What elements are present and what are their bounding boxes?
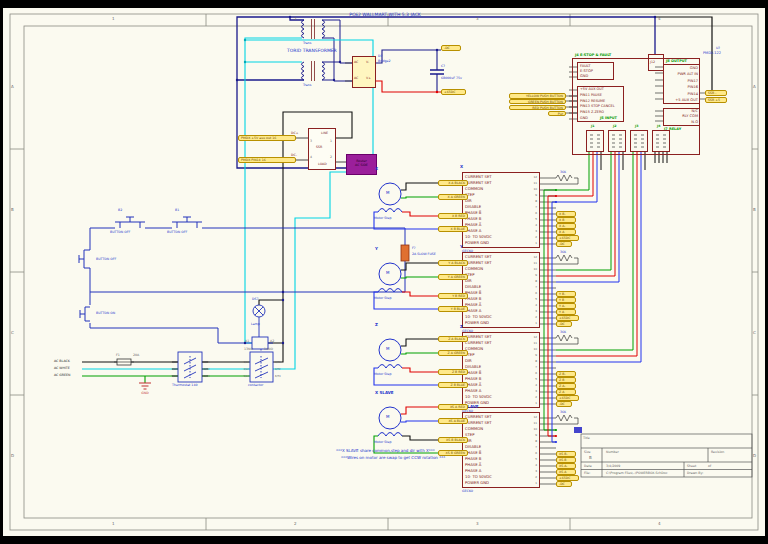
grid-col-4-top: 4 [658, 16, 661, 21]
pmdx-ref: U? [716, 46, 720, 50]
bridge-pin-ac1: AC [354, 60, 358, 64]
driver-z-pins: CURRENT SET CURRENT SET COMMON STEP DIR … [465, 334, 492, 406]
driver-z-name: Z [460, 324, 463, 329]
cap-ref: C? [441, 64, 445, 68]
pmdx-part: PMDX-122 [703, 51, 721, 56]
trans2-ref: Trans [303, 83, 311, 87]
note-ccw: ***Wires on motor are swap to get CCW ro… [341, 455, 445, 460]
earth-ground-label: GND [138, 391, 152, 395]
axis-connector-j2 [608, 130, 626, 152]
driver-y-pins: CURRENT SET CURRENT SET COMMON STEP DIR … [465, 254, 492, 326]
motor-x-name: X [375, 166, 378, 171]
motor-xslave-flag-2: XS A BLUE [438, 418, 468, 424]
titleblock-number-label: Number [606, 450, 619, 454]
output-header: J8 OUTPUT [666, 59, 687, 64]
ssr-dcplus-flag: PMDX +5V aux out 16 [238, 135, 296, 141]
driver-z-flag-gnd: -DC [556, 401, 572, 406]
b1-label: BUTTON OFF [167, 230, 187, 234]
lamp-ref: DS7 [252, 297, 259, 301]
driver-x-flag-a1: X A- [556, 223, 576, 228]
motor-y-name: Y [375, 246, 378, 251]
motor-x-m: M [386, 190, 389, 195]
motor-y-m: M [386, 270, 389, 275]
bridge-ref: D? [378, 54, 382, 58]
ssr-n4: 4 [310, 155, 312, 159]
titleblock-file: C:\Program Files\..\POWERBOX.SchDoc [606, 471, 667, 475]
driver-x-pins: CURRENT SET CURRENT SET COMMON STEP DIR … [465, 174, 492, 246]
grid-row-c-left: C [11, 330, 14, 335]
driver-xslave-pins: CURRENT SET CURRENT SET COMMON STEP DIR … [465, 414, 492, 486]
titleblock-drawn-label: Drawn By: [687, 471, 703, 475]
titleblock-sheet-label: Sheet [687, 464, 696, 468]
driver-x-flag-a2: X A [556, 229, 576, 234]
motor-xslave-name: X SLAVE [375, 390, 394, 395]
titleblock-date-label: Date [584, 464, 592, 468]
grid-col-2-bottom: 2 [294, 521, 297, 526]
driver-z-flag-b2: Z B [556, 377, 576, 382]
driver-z-flag-b1: Z B- [556, 371, 576, 376]
axis-connector-j4 [652, 130, 670, 152]
net-flag-minus-dc: -DC [441, 45, 461, 51]
ssr-pin-line: LINE [321, 131, 328, 135]
driver-xslave-resistor-value: 36K [560, 410, 566, 414]
ssr-n3: 3 [310, 139, 312, 143]
ac-black-label: AC BLACK [54, 359, 70, 363]
input-header: J5 INPUT [600, 116, 617, 121]
driver-xslave-flag-b1: XS B- [556, 451, 576, 456]
button-on-label: BUTTON ON [96, 311, 115, 315]
driver-xslave-flag-vplus: +65DC [556, 475, 579, 480]
motor-x-flag-1: X A BLACK [438, 180, 468, 186]
grid-col-1-top: 1 [112, 16, 115, 21]
ssr-n2: 2 [330, 155, 332, 159]
estop-header: J4 E-STOP & FAULT [575, 53, 611, 58]
motor-z-m: M [386, 346, 389, 351]
driver-y-name: Y [460, 244, 463, 249]
titleblock-date: 3/4/2009 [606, 464, 620, 468]
driver-z-resistor-value: 36K [560, 330, 566, 334]
j1-label: J1 [591, 124, 594, 128]
schematic-page: A B C D A B C D 1 2 3 4 1 2 3 4 PC62 WAL… [0, 0, 768, 544]
driver-y-resistor-value: 36K [560, 250, 566, 254]
titleblock-sheet-of: of [708, 464, 711, 468]
router-load-box: Router AC SIDE [346, 154, 377, 175]
driver-y-pin-numbers: 12 11 10 9 8 7 6 5 4 3 2 1 [530, 254, 537, 326]
motor-x-flag-4: X B BLUE [438, 226, 468, 232]
grid-row-a-left: A [11, 84, 14, 89]
grid-col-1-bottom: 1 [112, 521, 115, 526]
f1-ref: F1 [116, 353, 120, 357]
grid-row-b-left: B [11, 207, 14, 212]
driver-x-name: X [460, 164, 463, 169]
grid-col-4-bottom: 4 [658, 521, 661, 526]
motor-z-flag-3: Z B RED [438, 369, 468, 375]
toroid-transformer-label: TORID TRANSFORMER [287, 48, 337, 54]
ssr-pin-load: LOAD [318, 162, 327, 166]
fuse2-label: 2A SLOW FUSE [412, 252, 436, 256]
contactor-13no: 13NO [244, 347, 253, 351]
driver-x-flag-b2: X B [556, 217, 576, 222]
j4-label: J4 [657, 124, 660, 128]
driver-xslave-flag-b2: XS B [556, 457, 576, 462]
motor-y-label: Motor Step [374, 296, 391, 300]
axis-connector-j3 [630, 130, 648, 152]
estop-pins: FAULT E-STOP GND [580, 64, 593, 80]
b2-ref: B2 [118, 208, 122, 212]
motor-z-label: Motor Step [374, 372, 391, 376]
driver-x-pin-numbers: 12 11 10 9 8 7 6 5 4 3 2 1 [530, 174, 537, 246]
driver-y-flag-gnd: -DC [556, 321, 572, 326]
ssr-dcminus-flag: PMDX PIN14 16 [238, 157, 296, 163]
titleblock-revision-label: Revision [711, 450, 724, 454]
bridge-pin-ac2: AC [354, 76, 358, 80]
coil-a2: A2 [270, 339, 274, 343]
ssr-label: SSR [316, 145, 322, 149]
lamp-label: Lamp [251, 322, 260, 326]
motor-x-flag-2: X A GREEN [438, 194, 468, 200]
thermostat-label: Thermostat 140 [172, 383, 197, 387]
driver-x-flag-gnd: -DC [556, 241, 572, 246]
b2-label: BUTTON OFF [110, 230, 130, 234]
ssr-pin-dcminus: DC- [291, 153, 297, 157]
thermostat-pins-left: 1/L1 3/L2 5/L3 [167, 359, 177, 380]
note-xslave: ***X SLAVE share common,step and dir wit… [336, 448, 435, 453]
ac-green-label: AC GREEN [54, 373, 70, 377]
driver-y-flag-b1: Y B- [556, 291, 576, 296]
grid-row-d-left: D [11, 453, 14, 458]
